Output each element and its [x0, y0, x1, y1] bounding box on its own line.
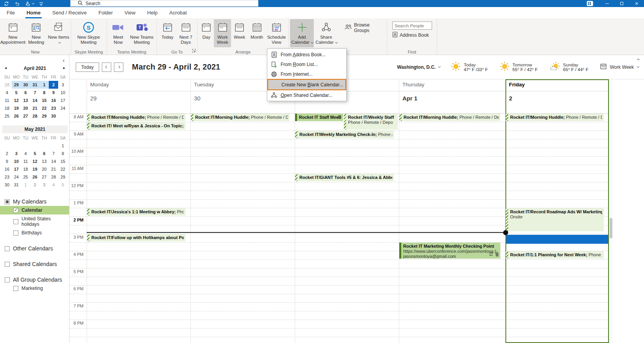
mini-calendar-day[interactable]: 1 — [58, 142, 68, 150]
customize-qat-icon[interactable] — [39, 0, 43, 7]
work-week-view-button[interactable]: Work Week — [214, 19, 231, 47]
mini-calendar-day[interactable]: 16 — [49, 96, 58, 104]
selected-time-slot[interactable] — [506, 235, 608, 243]
mini-calendar-day[interactable]: 3 — [12, 150, 21, 157]
apps-icon[interactable] — [587, 1, 593, 6]
touch-mode-icon[interactable] — [25, 0, 34, 7]
mini-calendar-day[interactable]: 8 — [39, 89, 49, 96]
calendar-list-item-birthdays[interactable]: Birthdays — [0, 229, 69, 237]
weather-location[interactable]: Washington, D.C. — [397, 64, 440, 70]
schedule-view-button[interactable]: Schedule View — [266, 19, 287, 47]
mini-calendar-day[interactable]: 15 — [58, 157, 68, 165]
mini-calendar-day[interactable]: 15 — [39, 96, 49, 104]
tab-home[interactable]: Home — [21, 8, 46, 18]
mini-calendar-day[interactable]: 31 — [12, 181, 21, 189]
tab-file[interactable]: File — [1, 8, 21, 18]
mini-calendar-day[interactable]: 29 — [58, 173, 68, 181]
day-header-date[interactable]: Apr 1 — [402, 95, 417, 102]
checkbox[interactable] — [5, 262, 10, 267]
mini-calendar-day[interactable]: 7 — [49, 150, 58, 157]
menu-item-open-shared-calendar[interactable]: Open Shared Calendar... — [267, 90, 346, 100]
day-view-button[interactable]: Day — [199, 19, 214, 47]
calendar-event[interactable]: Rocket IT Staff Meeti — [295, 114, 343, 121]
maximize-button[interactable] — [614, 0, 629, 7]
mini-calendar-day[interactable]: 28 — [2, 81, 12, 89]
menu-item-from-address-book[interactable]: From Address Book... — [267, 50, 346, 59]
day-header-date[interactable]: 29 — [90, 95, 97, 102]
today-ribbon-button[interactable]: Today — [158, 19, 177, 47]
checkbox[interactable] — [5, 246, 10, 251]
undo-icon[interactable] — [14, 0, 20, 7]
mini-calendar-day[interactable]: 2 — [49, 81, 58, 89]
mini-calendar-day[interactable]: 2 — [30, 181, 40, 189]
mini-calendar-day[interactable]: 24 — [12, 173, 21, 181]
mini-calendar-day[interactable]: 22 — [39, 104, 49, 112]
mini-calendar-day[interactable]: 6 — [21, 89, 30, 96]
checkbox[interactable] — [5, 199, 10, 204]
mini-calendar-day[interactable]: 13 — [21, 96, 30, 104]
collapse-folder-pane-icon[interactable] — [63, 57, 65, 63]
calendar-event[interactable]: Rocket IT/Weekly StaffPhone / Remote / D… — [344, 114, 398, 130]
search-input[interactable]: Search — [70, 0, 258, 7]
mini-calendar-day[interactable]: 14 — [30, 96, 40, 104]
view-selector[interactable]: Work Week — [600, 63, 639, 71]
calendar-event[interactable]: Rocket IT/GiANT Tools #5 & 6: Jessica & … — [295, 174, 394, 181]
mini-calendar-day[interactable]: 9 — [49, 89, 58, 96]
mini-calendar-day[interactable]: 1 — [39, 81, 49, 89]
minimize-button[interactable] — [600, 0, 614, 7]
tab-acrobat[interactable]: Acrobat — [164, 8, 193, 18]
calendar-event[interactable]: Rocket IT Marketing Monthly Checking Poi… — [399, 243, 500, 259]
new-items-button[interactable]: New Items — [48, 19, 69, 47]
menu-item-from-internet[interactable]: From Internet... — [267, 69, 346, 79]
next-7-days-button[interactable]: Next 7 Days — [177, 19, 195, 47]
previous-month-icon[interactable]: ◄ — [4, 66, 7, 70]
mini-calendar-day[interactable]: 29 — [12, 81, 21, 89]
mini-calendar-day[interactable]: 28 — [49, 173, 58, 181]
day-header-date[interactable]: 2 — [509, 95, 512, 102]
calendar-event[interactable]: Rocket IT/Follow up with Holtkamps about… — [87, 234, 185, 241]
mini-calendar-day[interactable]: 7 — [30, 89, 40, 96]
day-header-name[interactable]: Monday — [90, 82, 109, 88]
calendar-list-item-calendar[interactable]: Calendar — [0, 206, 69, 214]
mini-calendar-day[interactable]: 28 — [30, 112, 40, 120]
mini-calendar-day[interactable]: 26 — [30, 173, 40, 181]
calendar-list-item-united-states-holidays[interactable]: United States holidays — [0, 214, 69, 229]
mini-calendar-day[interactable]: 3 — [39, 181, 49, 189]
mini-calendar-day[interactable]: 14 — [49, 157, 58, 165]
calendar-event[interactable]: Rocket IT/Weekly Marketing Check-In; Pho… — [295, 131, 394, 138]
calendar-grid[interactable]: 8 AM9 AM10 AM11 AM12 PM1 PM2 PM3 PM4 PM5… — [69, 79, 644, 343]
mini-calendar-day[interactable]: 31 — [30, 81, 40, 89]
checkbox[interactable] — [5, 277, 10, 282]
search-people-input[interactable] — [392, 21, 432, 30]
calendar-list-item-marketing[interactable]: Marketing — [0, 284, 69, 293]
month-view-button[interactable]: Month — [248, 19, 265, 47]
vertical-scrollbar[interactable] — [609, 79, 612, 343]
mini-calendar-day[interactable]: 18 — [21, 165, 30, 173]
mini-calendar-day[interactable]: 4 — [21, 150, 30, 157]
new-teams-meeting-button[interactable]: T New Teams Meeting — [128, 19, 155, 47]
mini-calendar-day[interactable]: 23 — [2, 173, 12, 181]
week-view-button[interactable]: Week — [231, 19, 248, 47]
send-receive-icon[interactable] — [4, 0, 9, 7]
mini-calendar-day[interactable]: 26 — [12, 112, 21, 120]
mini-calendar-day[interactable]: 10 — [58, 89, 68, 96]
mini-calendar-day[interactable]: 19 — [30, 165, 40, 173]
mini-calendar-day[interactable]: 30 — [21, 81, 30, 89]
previous-week-button[interactable] — [102, 63, 111, 72]
collapse-ribbon-icon[interactable] — [637, 57, 639, 62]
checkbox[interactable] — [13, 286, 18, 291]
mini-calendar-day[interactable]: 5 — [58, 181, 68, 189]
calendar-event[interactable]: Rocket IT/Morning Huddle; Phone / Remote… — [506, 114, 604, 121]
mini-calendar-day[interactable]: 23 — [49, 104, 58, 112]
mini-calendar-day[interactable]: 5 — [30, 150, 40, 157]
calendar-event[interactable]: Rocket IT/Morning Huddle; Phone / Remote… — [399, 114, 500, 121]
mini-calendar-day[interactable]: 19 — [12, 104, 21, 112]
checkbox[interactable] — [13, 219, 18, 224]
day-header-name[interactable]: Thursday — [402, 82, 424, 88]
mini-calendar-day[interactable]: 12 — [30, 157, 40, 165]
mini-calendar-day[interactable]: 22 — [58, 165, 68, 173]
menu-item-create-new-blank-calendar[interactable]: Create New Blank Calendar... — [267, 79, 346, 90]
mini-calendar-day[interactable]: 11 — [2, 96, 12, 104]
mini-calendar-day[interactable]: 4 — [2, 89, 12, 96]
mini-calendar-day[interactable]: 27 — [21, 112, 30, 120]
